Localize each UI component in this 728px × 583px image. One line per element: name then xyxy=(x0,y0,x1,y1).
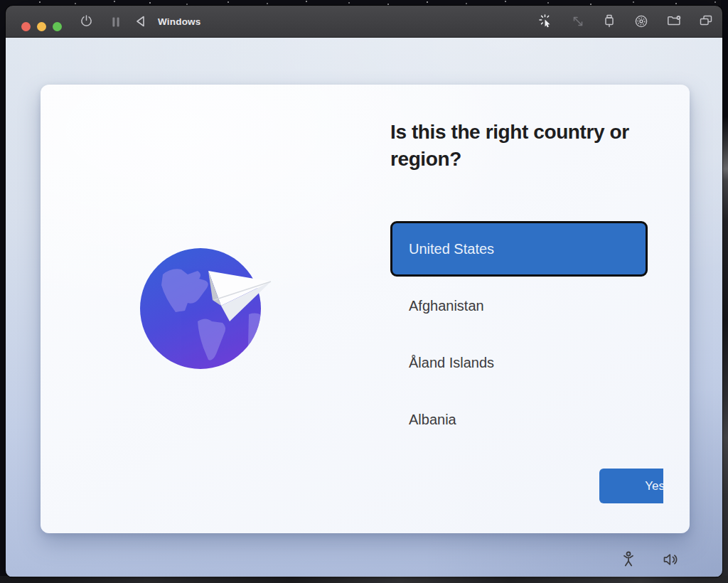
country-option-aland-islands[interactable]: Åland Islands xyxy=(390,335,648,390)
external-displays-icon[interactable] xyxy=(698,14,714,29)
volume-icon[interactable] xyxy=(662,550,680,569)
country-option-albania[interactable]: Albania xyxy=(390,392,648,447)
power-button[interactable] xyxy=(80,14,93,28)
country-label: Albania xyxy=(409,412,456,428)
oobe-card: Is this the right country or region? Uni… xyxy=(41,85,690,533)
accessibility-icon[interactable] xyxy=(619,550,638,569)
pointer-capture-icon[interactable] xyxy=(538,14,554,29)
country-label: United States xyxy=(409,241,494,257)
zoom-window-button[interactable] xyxy=(53,22,62,31)
yes-button-label: Yes xyxy=(645,479,663,493)
window-title: Windows xyxy=(158,6,201,38)
traffic-lights xyxy=(21,22,62,31)
back-button[interactable] xyxy=(134,15,147,28)
pause-button[interactable] xyxy=(110,16,122,28)
country-option-united-states[interactable]: United States xyxy=(390,221,648,277)
paper-plane-icon xyxy=(205,266,277,326)
yes-button[interactable]: Yes xyxy=(599,469,663,503)
disk-image-icon[interactable] xyxy=(633,14,649,29)
resize-icon[interactable] xyxy=(570,14,586,29)
minimize-window-button[interactable] xyxy=(37,22,46,31)
vm-window: Windows xyxy=(6,6,722,577)
usb-drive-icon[interactable] xyxy=(601,14,617,29)
shared-folder-icon[interactable] xyxy=(666,14,682,29)
page-title: Is this the right country or region? xyxy=(390,119,696,173)
titlebar: Windows xyxy=(6,6,722,38)
country-label: Åland Islands xyxy=(409,355,494,371)
oobe-screen: Is this the right country or region? Uni… xyxy=(6,38,722,577)
country-option-afghanistan[interactable]: Afghanistan xyxy=(390,278,648,333)
close-window-button[interactable] xyxy=(21,22,31,31)
country-label: Afghanistan xyxy=(409,298,484,314)
country-list: United States Afghanistan Åland Islands … xyxy=(390,221,648,449)
desktop-stars xyxy=(0,0,1,1)
